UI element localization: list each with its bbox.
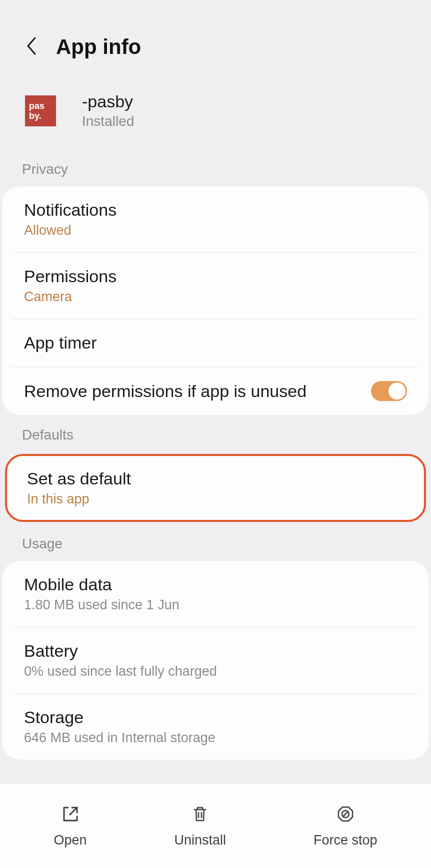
- remove-permissions-item[interactable]: Remove permissions if app is unused: [2, 367, 429, 415]
- permissions-subtitle: Camera: [24, 289, 407, 305]
- mobile-data-title: Mobile data: [24, 575, 407, 594]
- storage-title: Storage: [24, 708, 407, 727]
- app-icon-text-line1: pas: [29, 101, 44, 111]
- storage-subtitle: 646 MB used in Internal storage: [24, 730, 407, 746]
- force-stop-button[interactable]: Force stop: [298, 800, 392, 853]
- battery-item[interactable]: Battery 0% used since last fully charged: [2, 627, 429, 693]
- remove-permissions-toggle[interactable]: [371, 381, 407, 401]
- bottom-nav: Open Uninstall Force stop: [0, 784, 431, 868]
- app-install-status: Installed: [82, 113, 134, 129]
- permissions-title: Permissions: [24, 267, 407, 286]
- open-icon: [61, 805, 80, 826]
- app-info-block: -pasby Installed: [82, 92, 134, 129]
- privacy-card: Notifications Allowed Permissions Camera…: [2, 186, 429, 415]
- stop-icon: [336, 805, 355, 826]
- battery-title: Battery: [24, 641, 407, 661]
- trash-icon: [190, 805, 210, 826]
- app-header-row: pas by. -pasby Installed: [0, 79, 431, 149]
- set-as-default-subtitle: In this app: [27, 491, 404, 507]
- notifications-title: Notifications: [24, 200, 407, 220]
- notifications-item[interactable]: Notifications Allowed: [2, 186, 429, 252]
- defaults-section-label: Defaults: [0, 415, 431, 452]
- battery-subtitle: 0% used since last fully charged: [24, 664, 407, 679]
- permissions-item[interactable]: Permissions Camera: [2, 253, 429, 319]
- privacy-section-label: Privacy: [0, 149, 431, 186]
- usage-card: Mobile data 1.80 MB used since 1 Jun Bat…: [2, 561, 429, 760]
- app-info-header: App info: [0, 0, 431, 79]
- storage-item[interactable]: Storage 646 MB used in Internal storage: [2, 694, 429, 760]
- app-icon: pas by.: [25, 95, 56, 126]
- open-button[interactable]: Open: [38, 800, 102, 853]
- mobile-data-item[interactable]: Mobile data 1.80 MB used since 1 Jun: [2, 561, 429, 627]
- app-timer-title: App timer: [24, 333, 407, 353]
- mobile-data-subtitle: 1.80 MB used since 1 Jun: [24, 597, 407, 613]
- back-button[interactable]: [24, 36, 38, 58]
- uninstall-button[interactable]: Uninstall: [159, 800, 241, 853]
- remove-permissions-title: Remove permissions if app is unused: [24, 382, 371, 401]
- open-label: Open: [54, 833, 86, 848]
- force-stop-label: Force stop: [314, 833, 378, 848]
- uninstall-label: Uninstall: [174, 833, 226, 848]
- app-name: -pasby: [82, 92, 134, 111]
- app-timer-item[interactable]: App timer: [2, 319, 429, 367]
- app-icon-text-line2: by.: [29, 111, 42, 121]
- usage-section-label: Usage: [0, 524, 431, 561]
- chevron-left-icon: [24, 36, 38, 56]
- page-title: App info: [56, 35, 141, 59]
- notifications-subtitle: Allowed: [24, 223, 407, 238]
- toggle-knob: [388, 382, 406, 400]
- set-as-default-item[interactable]: Set as default In this app: [5, 454, 426, 522]
- set-as-default-title: Set as default: [27, 469, 404, 488]
